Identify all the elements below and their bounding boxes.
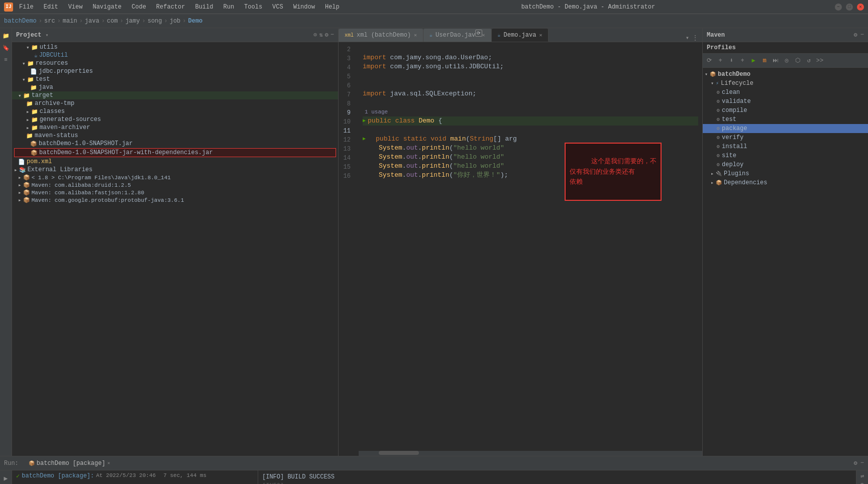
tree-item-ext-libs[interactable]: ▸ 📚 External Libraries <box>12 166 338 174</box>
menu-vcs[interactable]: VCS <box>270 3 285 12</box>
tab-demo[interactable]: ☕ Demo.java ✕ <box>492 29 549 42</box>
run-settings-icon[interactable]: ⚙ <box>854 459 857 467</box>
maven-toggle-icon[interactable]: ◎ <box>782 56 791 65</box>
maven-package[interactable]: ⚙ package <box>703 124 868 133</box>
menu-build[interactable]: Build <box>193 3 215 12</box>
breadcrumb-project[interactable]: batchDemo <box>4 18 37 25</box>
menu-refactor[interactable]: Refactor <box>154 3 187 12</box>
tree-item-jdbcutil[interactable]: ☕ JDBCUtil <box>12 51 338 59</box>
tab-userdao[interactable]: ☕ UserDao.java ✕ ⟳ <box>423 29 491 42</box>
maven-reload-icon[interactable]: ↺ <box>804 56 813 65</box>
menu-tools[interactable]: Tools <box>242 3 264 12</box>
breadcrumb-demo[interactable]: Demo <box>188 18 203 25</box>
tab-xml-close[interactable]: ✕ <box>414 32 417 38</box>
tab-xml[interactable]: xml xml (batchDemo) ✕ <box>339 29 423 42</box>
maven-lifecycle[interactable]: ▾ ⚡ Lifecycle <box>703 79 868 88</box>
maven-settings-icon[interactable]: ⚙ <box>854 31 857 39</box>
tree-item-classes[interactable]: ▸ 📁 classes <box>12 107 338 115</box>
run-method-btn[interactable]: ▶ <box>363 135 366 144</box>
breadcrumb-jamy[interactable]: jamy <box>126 18 140 25</box>
maven-install[interactable]: ⚙ install <box>703 142 868 151</box>
tab-more-icon[interactable]: ⋮ <box>692 34 698 42</box>
menu-edit[interactable]: Edit <box>42 3 60 12</box>
tab-demo-close[interactable]: ✕ <box>539 32 542 38</box>
run-tab-batchdemo[interactable]: 📦 batchDemo [package] ✕ <box>25 458 114 469</box>
structure-icon[interactable]: ≡ <box>1 54 12 65</box>
menu-file[interactable]: File <box>17 3 36 12</box>
maven-plugins[interactable]: ▸ 🔌 Plugins <box>703 169 868 178</box>
maven-refresh-icon[interactable]: ⟳ <box>705 56 714 65</box>
breadcrumb-java[interactable]: java <box>85 18 99 25</box>
menu-code[interactable]: Code <box>130 3 148 12</box>
breadcrumb-job[interactable]: job <box>170 18 181 25</box>
menu-run[interactable]: Run <box>221 3 236 12</box>
maven-verify[interactable]: ⚙ verify <box>703 133 868 142</box>
maven-close-icon[interactable]: − <box>860 31 864 39</box>
close-button[interactable]: ✕ <box>857 4 864 11</box>
tree-item-jdk[interactable]: ▸ 📦 < 1.8 > C:\Program Files\Java\jdk1.8… <box>12 174 338 181</box>
maven-batchdemo[interactable]: ▾ 📦 batchDemo <box>703 70 868 79</box>
tree-item-protobuf[interactable]: ▸ 📦 Maven: com.google.protobuf:protobuf-… <box>12 196 338 204</box>
reload-badge[interactable]: ⟳ <box>475 30 482 37</box>
maven-add-icon[interactable]: + <box>716 56 725 65</box>
maven-test[interactable]: ⚙ test <box>703 115 868 124</box>
tree-item-jar-with-deps[interactable]: 📦 batchDemo-1.0-SNAPSHOT-jar-with-depend… <box>14 148 336 157</box>
menu-navigate[interactable]: Navigate <box>90 3 124 12</box>
code-editor[interactable]: import com.jamy.song.dao.UserDao; import… <box>359 42 702 456</box>
scrollbar-thumb-h[interactable] <box>379 451 419 455</box>
tree-item-java[interactable]: 📁 java <box>12 83 338 91</box>
tree-item-snapshot-jar[interactable]: 📦 batchDemo-1.0-SNAPSHOT.jar <box>12 140 338 148</box>
maven-run-icon[interactable]: ▶ <box>749 56 758 65</box>
gear-settings-icon[interactable]: ⚙ <box>325 31 329 39</box>
menu-bar[interactable]: File Edit View Navigate Code Refactor Bu… <box>17 3 342 12</box>
collapse-icon[interactable]: − <box>331 31 334 39</box>
bookmarks-icon[interactable]: 🔖 <box>1 42 12 53</box>
tree-item-jdbcprops[interactable]: 📄 jdbc.properties <box>12 67 338 75</box>
window-controls[interactable]: − □ ✕ <box>835 4 864 11</box>
maven-download-icon[interactable]: ⬇ <box>727 56 736 65</box>
run-tab-right-icons[interactable]: ⚙ − <box>854 459 864 467</box>
maven-add-item-icon[interactable]: + <box>738 56 747 65</box>
maven-expand-icon[interactable]: ⬡ <box>793 56 802 65</box>
maven-skip-icon[interactable]: ⏭ <box>771 56 780 65</box>
project-header-icons[interactable]: ⊙ ⇅ ⚙ − <box>313 31 334 39</box>
maven-validate[interactable]: ⚙ validate <box>703 97 868 106</box>
minimize-button[interactable]: − <box>835 4 842 11</box>
tree-item-druid[interactable]: ▸ 📦 Maven: com.alibaba:druid:1.2.5 <box>12 181 338 189</box>
maven-compile[interactable]: ⚙ compile <box>703 106 868 115</box>
maven-m-icon[interactable]: m <box>760 56 769 65</box>
breadcrumb-song[interactable]: song <box>148 18 162 25</box>
tree-item-utils[interactable]: ▾ 📁 utils <box>12 43 338 51</box>
maven-deploy[interactable]: ⚙ deploy <box>703 160 868 169</box>
maximize-button[interactable]: □ <box>846 4 853 11</box>
tree-item-pom[interactable]: 📄 pom.xml <box>12 158 338 166</box>
editor-tab-icons[interactable]: ▾ ⋮ <box>682 34 702 42</box>
breadcrumb-src[interactable]: src <box>44 18 55 25</box>
maven-clean[interactable]: ⚙ clean <box>703 88 868 97</box>
tree-item-maven-status[interactable]: 📁 maven-status <box>12 132 338 140</box>
tab-dropdown-icon[interactable]: ▾ <box>686 34 689 42</box>
run-right-clear-icon[interactable]: 🗑 <box>859 482 865 484</box>
tree-item-fastjson[interactable]: ▸ 📦 Maven: com.alibaba:fastjson:1.2.80 <box>12 189 338 196</box>
sort-icon[interactable]: ⇅ <box>319 31 322 39</box>
menu-view[interactable]: View <box>66 3 85 12</box>
maven-more-icon[interactable]: >> <box>815 56 824 65</box>
scope-icon[interactable]: ⊙ <box>313 31 317 39</box>
maven-site[interactable]: ⚙ site <box>703 151 868 160</box>
run-console[interactable]: [INFO] BUILD SUCCESS [INFO] ------------… <box>258 470 856 484</box>
tree-item-resources[interactable]: ▾ 📁 resources <box>12 59 338 67</box>
tree-item-archive-tmp[interactable]: 📁 archive-tmp <box>12 99 338 107</box>
project-chevron[interactable]: ▾ <box>45 32 48 38</box>
project-icon[interactable]: 📁 <box>1 30 12 41</box>
run-tab-close[interactable]: ✕ <box>107 460 110 466</box>
maven-header-icons[interactable]: ⚙ − <box>854 31 864 39</box>
maven-dependencies[interactable]: ▸ 📦 Dependencies <box>703 178 868 187</box>
menu-help[interactable]: Help <box>323 3 342 12</box>
tree-item-target[interactable]: ▾ 📁 target <box>12 91 338 99</box>
run-minimize-icon[interactable]: − <box>860 459 864 467</box>
run-right-wrap-icon[interactable]: ⇌ <box>860 472 864 480</box>
breadcrumb-com[interactable]: com <box>107 18 118 25</box>
tree-item-test[interactable]: ▾ 📁 test <box>12 75 338 83</box>
menu-window[interactable]: Window <box>291 3 317 12</box>
tree-item-maven-archiver[interactable]: ▸ 📁 maven-archiver <box>12 124 338 132</box>
